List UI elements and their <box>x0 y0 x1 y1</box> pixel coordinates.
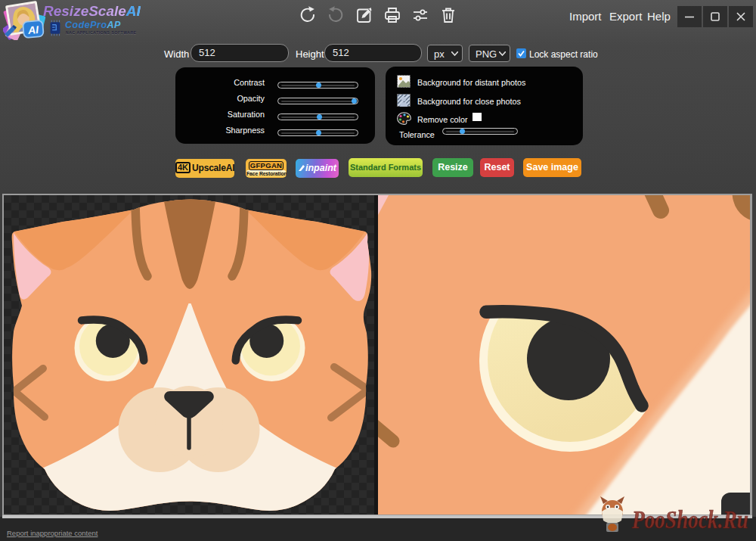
svg-text:AI: AI <box>26 23 39 36</box>
svg-text:PooShock.Ru: PooShock.Ru <box>631 506 748 533</box>
